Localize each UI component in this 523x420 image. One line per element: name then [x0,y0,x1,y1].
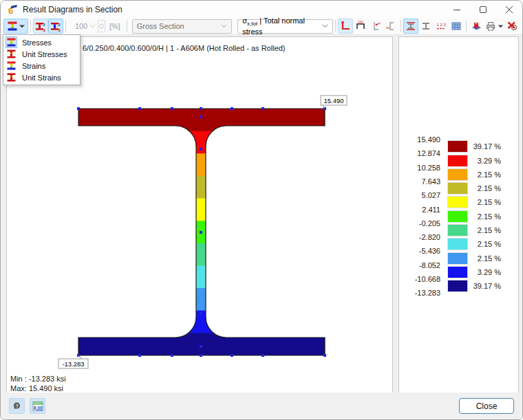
window-controls [444,1,522,18]
menu-item-stresses[interactable]: Stresses [3,36,80,48]
menu-item-label: Stresses [22,38,52,47]
minmax-summary: Min : -13.283 ksi Max: 15.490 ksi [10,374,66,393]
result-diagrams-window: 6 Result Diagrams in Section 23 23 100 [… [0,0,523,420]
svg-text:100: 100 [358,21,363,24]
legend-value: 10.258 [399,163,440,173]
status-bar: ? 0.00 Close [1,393,522,419]
legend-percent: 2.15 % [471,184,501,193]
legend-percent: 2.15 % [471,239,501,249]
legend-percent: 3.29 % [471,267,501,277]
legend-value: 12.874 [399,148,440,158]
toolbar-separator [127,20,127,32]
toolbar: 23 23 100 [%] Gross Section σx,tot | Tot… [1,18,522,35]
menu-item-label: Unit Stresses [22,50,67,58]
legend-percent: 2.15 % [471,212,501,221]
legend-color-band [447,252,468,265]
legend-percent: 3.29 % [471,156,501,166]
stress-on-section-button[interactable] [403,19,418,34]
minimize-button[interactable] [444,1,470,18]
numbering-button[interactable]: 1 2 3 [434,19,449,34]
toolbar-separator [335,20,336,32]
shear-center-button[interactable]: sc [383,19,398,34]
legend-color-band [447,182,468,195]
scale-spinner[interactable] [98,20,105,32]
unit-stresses-icon [6,49,17,59]
legend-percent: 2.15 % [471,170,501,179]
svg-text:15.490: 15.490 [323,97,343,104]
plain-section-button[interactable] [418,19,434,34]
toolbar-separator [466,20,467,32]
chevron-down-icon [498,25,503,28]
squared-stresses-button[interactable]: 23 [33,19,48,34]
print-button[interactable] [484,19,504,34]
toolbar-right-group: 100 e² sc 1 2 3 [333,19,520,34]
chevron-down-icon [221,24,227,28]
legend-color-band [447,266,468,278]
strains-icon [6,60,17,71]
squared-unit-stresses-button[interactable]: 23 [48,19,63,34]
svg-text:2: 2 [43,22,46,26]
result-3d-button[interactable] [469,19,484,34]
close-window-button[interactable] [496,1,522,18]
menu-item-unit-stresses[interactable]: Unit Stresses [3,48,80,60]
reset-zoom-button[interactable] [504,19,520,34]
legend-color-band [447,224,468,236]
legend-value: -10.668 [399,274,440,284]
legend-value: -5.436 [399,246,440,256]
section-stress-diagram: 15.490-13.283 [7,37,392,393]
app-icon: 6 [7,4,18,15]
legend-value: -8.052 [399,261,440,270]
toolbar-separator [30,20,31,32]
stresses-dropdown-menu: StressesUnit StressesStrainsUnit Strains [3,34,81,85]
svg-text:1 2 3: 1 2 3 [437,23,447,27]
chevron-down-icon [322,24,328,28]
help-button[interactable]: ? [9,398,25,414]
diagram-panel: 6/0.250/0.400/0.600/0/H | 1 - A606M (Hot… [6,36,393,393]
legend-percent: 39.17 % [471,281,501,291]
menu-item-strains[interactable]: Strains [3,60,80,71]
svg-text:e²: e² [377,21,381,25]
svg-text:3: 3 [43,27,46,32]
legend-color-band [447,210,468,223]
chevron-down-icon [19,25,25,28]
svg-text:sc: sc [386,25,390,30]
legend-color-band [447,238,468,250]
units-decimals-button[interactable]: 0.00 [30,398,45,414]
menu-item-label: Strains [22,62,45,70]
menu-item-label: Unit Strains [22,74,61,82]
legend-value: -13.283 [399,288,440,298]
toolbar-separator [401,20,401,32]
legend-percent: 2.15 % [471,254,501,263]
svg-text:?: ? [15,402,19,408]
decimal-places-icon: 0.00 [32,401,43,412]
scale-value[interactable]: 100 [72,22,88,30]
legend-panel: 15.49012.87410.2587.6435.0272.411-0.205-… [398,36,519,393]
chevron-down-icon[interactable] [89,24,96,28]
unit-strains-icon [6,72,17,82]
result-type-combobox[interactable]: σx,tot | Total normal stress [237,19,333,34]
svg-text:-13.283: -13.283 [62,360,84,368]
e-points-button[interactable]: e² [368,19,383,34]
window-title: Result Diagrams in Section [23,5,122,14]
dimensions-button[interactable]: 100 [353,19,368,34]
max-value-text: Max: 15.490 ksi [10,384,66,393]
percent-label: [%] [109,22,120,30]
stresses-dropdown-button[interactable] [3,19,28,34]
legend-color-band [447,155,468,167]
legend-percent: 39.17 % [471,142,501,151]
maximize-button[interactable] [470,1,496,18]
stresses-icon [6,37,17,47]
legend-value: 5.027 [399,190,440,200]
legend-value: 7.643 [399,177,440,186]
close-button[interactable]: Close [459,398,514,414]
corner-section-button[interactable] [338,19,353,34]
min-value-text: Min : -13.283 ksi [10,374,66,384]
table-button[interactable] [449,19,464,34]
legend-color-band [447,196,468,208]
menu-item-unit-strains[interactable]: Unit Strains [3,71,80,83]
svg-text:2: 2 [58,22,61,26]
legend-value: -2.820 [399,232,440,242]
section-combobox[interactable]: Gross Section [132,19,233,34]
legend-value: 2.411 [399,205,440,214]
toolbar-separator [65,20,66,32]
